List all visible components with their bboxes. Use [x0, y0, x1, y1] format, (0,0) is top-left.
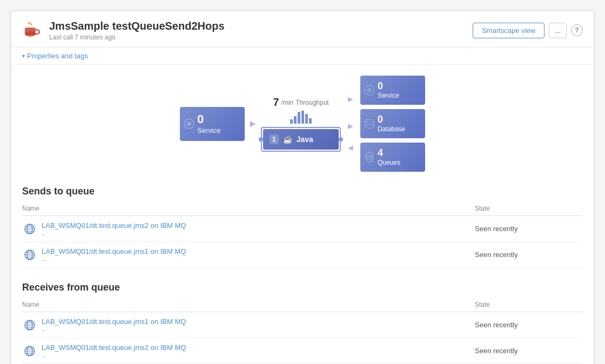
svg-rect-1 [25, 28, 36, 35]
sends-row-1: LAB_WSMQ01/dt.test.queue.jms2 on IBM MQ … [22, 216, 583, 242]
receives-row-2-sub: – [42, 353, 186, 359]
right-database-label: Database [378, 125, 418, 133]
receives-table-header: Name State [22, 299, 583, 312]
smartscape-view-button[interactable]: Smartscape view [473, 23, 544, 38]
right-service-count: 0 [378, 81, 418, 91]
throughput-bars [290, 111, 312, 124]
receives-row-1-state: Seen recently [475, 321, 583, 329]
bar-1 [290, 119, 293, 124]
receives-row-2: LAB_WSMQ01/dt.test.queue.jms2 on IBM MQ … [22, 338, 583, 364]
header-title-block: JmsSample testQueueSend2Hops Last call 7… [49, 20, 225, 41]
properties-toggle[interactable]: ▾ Properties and tags [11, 48, 594, 65]
java-label: Java [297, 135, 313, 144]
bar-3 [298, 112, 300, 124]
arrows-to-right: ► ► ◄ [346, 89, 355, 159]
sends-row-1-state: Seen recently [475, 225, 583, 233]
throughput-number: 7 [273, 96, 279, 109]
queue-icon-2 [22, 247, 37, 262]
java-app-icon [22, 19, 42, 42]
receives-row-1-sub: – [42, 327, 186, 333]
sends-row-1-name-block: LAB_WSMQ01/dt.test.queue.jms2 on IBM MQ … [22, 220, 475, 237]
receives-row-2-name: LAB_WSMQ01/dt.test.queue.jms2 on IBM MQ … [22, 342, 475, 359]
sends-row-2-name-block: LAB_WSMQ01/dt.test.queue.jms1 on IBM MQ … [22, 246, 475, 263]
receives-row-1-name: LAB_WSMQ01/dt.test.queue.jms1 on IBM MQ … [22, 316, 475, 333]
receives-col-state: State [475, 301, 583, 308]
svg-point-6 [365, 119, 374, 123]
sends-row-1-text: LAB_WSMQ01/dt.test.queue.jms2 on IBM MQ … [42, 220, 186, 237]
sends-row-1-name: LAB_WSMQ01/dt.test.queue.jms2 on IBM MQ … [22, 220, 475, 237]
receives-row-2-name-block: LAB_WSMQ01/dt.test.queue.jms2 on IBM MQ … [22, 342, 475, 359]
left-service-block[interactable]: 0 Service [180, 107, 245, 141]
header: JmsSample testQueueSend2Hops Last call 7… [11, 11, 594, 48]
more-options-button[interactable]: ... [549, 23, 567, 38]
main-container: JmsSample testQueueSend2Hops Last call 7… [11, 11, 594, 364]
throughput-label: Throughput [295, 99, 328, 106]
last-call-subtitle: Last call 7 minutes ago [49, 33, 225, 41]
java-connector-right [339, 137, 343, 141]
right-service-icon [364, 84, 375, 96]
bar-4 [301, 111, 304, 124]
left-service-count: 0 [197, 113, 204, 125]
right-queues-label: Queues [378, 159, 418, 166]
java-block: 1 ☕ Java [263, 129, 339, 150]
right-database-count: 0 [378, 114, 418, 124]
java-block-container[interactable]: 1 ☕ Java [261, 127, 341, 152]
svg-point-5 [367, 88, 372, 92]
left-service-label: Service [197, 126, 220, 134]
diagram-section: 0 Service ► 7 /min Throughput [11, 65, 594, 177]
right-queues-icon [364, 151, 375, 163]
receives-row-1-name-block: LAB_WSMQ01/dt.test.queue.jms1 on IBM MQ … [22, 316, 475, 333]
sends-row-2-link[interactable]: LAB_WSMQ01/dt.test.queue.jms1 on IBM MQ [42, 247, 186, 255]
sends-row-2-state: Seen recently [475, 251, 583, 259]
sends-row-1-sub: – [42, 231, 186, 237]
sends-row-2-name: LAB_WSMQ01/dt.test.queue.jms1 on IBM MQ … [22, 246, 475, 263]
java-connector-left [259, 137, 263, 141]
throughput-unit: /min [281, 99, 294, 106]
receives-from-queue-title: Receives from queue [22, 282, 583, 293]
help-button[interactable]: ? [571, 24, 583, 36]
flow-diagram: 0 Service ► 7 /min Throughput [180, 76, 425, 172]
java-icon: ☕ [283, 135, 292, 144]
receives-row-1: LAB_WSMQ01/dt.test.queue.jms1 on IBM MQ … [22, 312, 583, 338]
right-database-icon [364, 118, 375, 130]
right-service-block[interactable]: 0 Service [360, 76, 425, 105]
sends-row-2: LAB_WSMQ01/dt.test.queue.jms1 on IBM MQ … [22, 242, 583, 268]
arrow-to-throughput: ► [245, 118, 261, 130]
svg-point-3 [187, 122, 191, 126]
page-title: JmsSample testQueueSend2Hops [49, 20, 225, 32]
receives-from-queue-section: Receives from queue Name State [11, 273, 594, 364]
bar-6 [309, 118, 312, 124]
sends-to-queue-section: Sends to queue Name State [11, 177, 594, 273]
right-queues-block[interactable]: 4 Queues [360, 143, 425, 172]
throughput-java-group: 7 /min Throughput 1 [261, 96, 341, 152]
properties-toggle-label: Properties and tags [27, 52, 88, 60]
sends-row-2-sub: – [42, 257, 186, 263]
receives-row-2-link[interactable]: LAB_WSMQ01/dt.test.queue.jms2 on IBM MQ [42, 343, 186, 352]
properties-arrow-icon: ▾ [22, 53, 25, 59]
header-actions: Smartscape view ... ? [473, 23, 583, 38]
queue-icon-1 [22, 221, 37, 237]
receives-row-1-link[interactable]: LAB_WSMQ01/dt.test.queue.jms1 on IBM MQ [42, 318, 186, 326]
right-database-block[interactable]: 0 Database [360, 109, 425, 138]
sends-row-2-text: LAB_WSMQ01/dt.test.queue.jms1 on IBM MQ … [42, 246, 186, 263]
sends-row-1-link[interactable]: LAB_WSMQ01/dt.test.queue.jms2 on IBM MQ [42, 221, 186, 230]
queue-icon-4 [22, 343, 37, 359]
queue-icon-3 [22, 318, 37, 333]
header-left: JmsSample testQueueSend2Hops Last call 7… [22, 19, 225, 42]
service-icon-overlay [183, 118, 195, 130]
throughput-info: 7 /min Throughput [273, 96, 328, 109]
receives-row-1-text: LAB_WSMQ01/dt.test.queue.jms1 on IBM MQ … [42, 316, 186, 333]
receives-col-name: Name [22, 301, 475, 308]
right-service-label: Service [378, 92, 418, 99]
sends-col-state: State [475, 205, 583, 212]
arrow-to-database: ► [346, 122, 355, 131]
svg-point-7 [365, 125, 374, 128]
sends-to-queue-title: Sends to queue [22, 186, 583, 197]
receives-row-2-text: LAB_WSMQ01/dt.test.queue.jms2 on IBM MQ … [42, 342, 186, 359]
receives-row-2-state: Seen recently [475, 347, 583, 355]
bar-5 [305, 114, 308, 124]
bar-2 [294, 116, 297, 124]
java-count: 1 [270, 134, 279, 144]
right-blocks: 0 Service 0 Database 4 Que [360, 76, 425, 172]
sends-col-name: Name [22, 205, 475, 212]
